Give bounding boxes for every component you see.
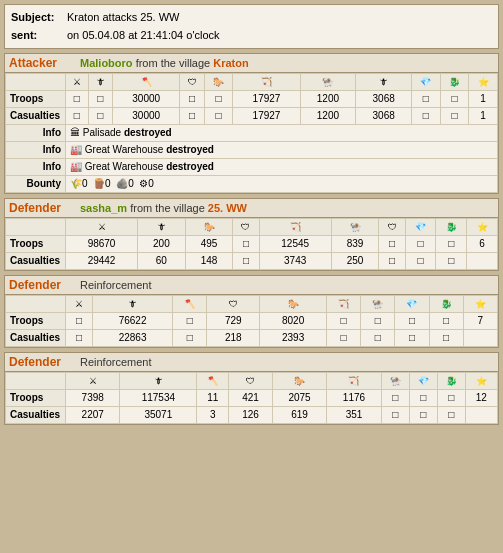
defender1-section: Defender sasha_m from the village 25. WW… (4, 198, 499, 271)
defender2-header: Defender Reinforcement (5, 276, 498, 295)
attacker-village: Kraton (213, 57, 248, 69)
defender3-troops-row: Troops 7398 117534 11 421 2075 1176 □ □ … (6, 390, 498, 407)
defender1-troops-row: Troops 98670 200 495 □ 12545 839 □ □ □ 6 (6, 236, 498, 253)
defender3-icon-row: ⚔ 🗡 🪓 🛡 🐎 🏹 🐏 💎 🐉 ⭐ (6, 373, 498, 390)
attacker-table: ⚔ 🗡 🪓 🛡 🐎 🏹 🐏 🗡 💎 🐉 ⭐ Troops □ □ 30000 □… (5, 73, 498, 193)
defender1-title: Defender (9, 201, 74, 215)
attacker-from: from the village (136, 57, 214, 69)
defender3-section: Defender Reinforcement ⚔ 🗡 🪓 🛡 🐎 🏹 🐏 💎 🐉… (4, 352, 499, 425)
defender1-info: sasha_m from the village 25. WW (80, 202, 247, 214)
attacker-header: Attacker Malioboro from the village Krat… (5, 54, 498, 73)
attacker-info-row-1: Info 🏛 Palisade destroyed (6, 125, 498, 142)
attacker-troops-row: Troops □ □ 30000 □ □ 17927 1200 3068 □ □… (6, 91, 498, 108)
attacker-info: Malioboro from the village Kraton (80, 57, 249, 69)
defender3-table: ⚔ 🗡 🪓 🛡 🐎 🏹 🐏 💎 🐉 ⭐ Troops 7398 117534 1… (5, 372, 498, 424)
header-box: Subject: Kraton attacks 25. WW sent: on … (4, 4, 499, 49)
defender1-table: ⚔ 🗡 🐎 🛡 🏹 🐏 🛡 💎 🐉 ⭐ Troops 98670 200 495… (5, 218, 498, 270)
defender2-icon-row: ⚔ 🗡 🪓 🛡 🐎 🏹 🐏 💎 🐉 ⭐ (6, 296, 498, 313)
defender3-header: Defender Reinforcement (5, 353, 498, 372)
subject-label: Subject: (11, 9, 61, 27)
defender2-section: Defender Reinforcement ⚔ 🗡 🪓 🛡 🐎 🏹 🐏 💎 🐉… (4, 275, 499, 348)
defender1-casualties-row: Casualties 29442 60 148 □ 3743 250 □ □ □ (6, 253, 498, 270)
attacker-player: Malioboro (80, 57, 133, 69)
attacker-casualties-row: Casualties □ □ 30000 □ □ 17927 1200 3068… (6, 108, 498, 125)
defender3-info: Reinforcement (80, 356, 152, 368)
defender2-title: Defender (9, 278, 74, 292)
defender2-table: ⚔ 🗡 🪓 🛡 🐎 🏹 🐏 💎 🐉 ⭐ Troops □ 76622 □ 729… (5, 295, 498, 347)
defender1-icon-row: ⚔ 🗡 🐎 🛡 🏹 🐏 🛡 💎 🐉 ⭐ (6, 219, 498, 236)
subject-value: Kraton attacks 25. WW (67, 9, 179, 27)
attacker-icon-row: ⚔ 🗡 🪓 🛡 🐎 🏹 🐏 🗡 💎 🐉 ⭐ (6, 74, 498, 91)
defender3-title: Defender (9, 355, 74, 369)
defender1-player: sasha_m (80, 202, 127, 214)
defender1-header: Defender sasha_m from the village 25. WW (5, 199, 498, 218)
defender1-village: 25. WW (208, 202, 247, 214)
attacker-info-row-2: Info 🏭 Great Warehouse destroyed (6, 142, 498, 159)
defender2-casualties-row: Casualties □ 22863 □ 218 2393 □ □ □ □ (6, 330, 498, 347)
attacker-section: Attacker Malioboro from the village Krat… (4, 53, 499, 194)
defender2-info: Reinforcement (80, 279, 152, 291)
page-container: Subject: Kraton attacks 25. WW sent: on … (0, 0, 503, 433)
defender2-troops-row: Troops □ 76622 □ 729 8020 □ □ □ □ 7 (6, 313, 498, 330)
sent-value: on 05.04.08 at 21:41:04 o'clock (67, 27, 220, 45)
attacker-info-row-3: Info 🏭 Great Warehouse destroyed (6, 159, 498, 176)
attacker-bounty-row: Bounty 🌾0 🪵0 🪨0 ⚙0 (6, 176, 498, 193)
attacker-title: Attacker (9, 56, 74, 70)
sent-label: sent: (11, 27, 61, 45)
defender1-from: from the village (130, 202, 208, 214)
defender3-casualties-row: Casualties 2207 35071 3 126 619 351 □ □ … (6, 407, 498, 424)
